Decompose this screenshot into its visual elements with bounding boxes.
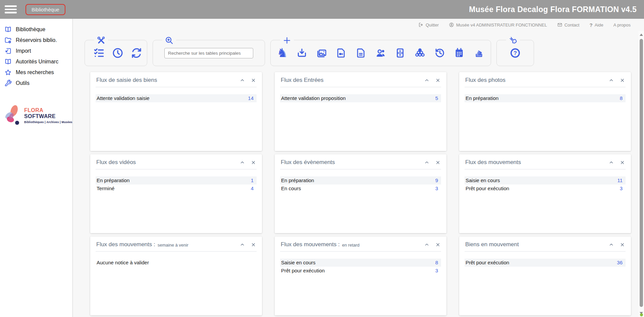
stat-row[interactable]: Saisie en cours 11 <box>465 176 626 184</box>
sidebar-item-reservoirs[interactable]: Réservoirs biblio. <box>0 35 72 46</box>
logout-icon <box>418 22 424 28</box>
scrollbar-thumb[interactable] <box>640 39 643 307</box>
stat-row[interactable]: En préparation 9 <box>280 176 441 184</box>
stat-row[interactable]: Prêt pour exécution 3 <box>280 267 441 275</box>
history-icon[interactable] <box>434 47 445 59</box>
sidebar-item-label: Import <box>16 48 31 54</box>
stat-row[interactable]: Attente validation saisie 14 <box>96 94 257 102</box>
close-icon[interactable] <box>435 242 440 247</box>
collapse-icon[interactable] <box>609 78 614 83</box>
row-label: Prêt pour exécution <box>281 268 325 273</box>
dashboard-card: Flux des vidéos En préparation 1 Terminé… <box>90 154 262 233</box>
card-body: Attente validation saisie 14 <box>90 87 262 102</box>
card-header: Flux des mouvements <box>459 154 631 169</box>
collapse-icon[interactable] <box>609 242 614 247</box>
help-link[interactable]: ? Aide <box>589 22 603 28</box>
collapse-icon[interactable] <box>240 78 245 83</box>
close-icon[interactable] <box>620 160 625 165</box>
close-icon[interactable] <box>620 78 625 83</box>
import-icon <box>4 47 12 55</box>
stat-row[interactable]: Prêt pour exécution 36 <box>465 259 626 267</box>
envelope-icon <box>557 22 562 28</box>
card-header: Flux des photos <box>459 72 631 87</box>
brand-name: FLORA SOFTWARE <box>24 107 72 119</box>
card-body: En préparation 1 Terminé 4 <box>90 169 262 193</box>
archive-icon[interactable] <box>394 47 406 59</box>
card-title: Flux de saisie des biens <box>96 77 157 84</box>
collapse-icon[interactable] <box>240 160 245 165</box>
cluster-icon[interactable] <box>414 47 426 59</box>
flora-software-logo: FLORA SOFTWARE Bibliothèques | Archives … <box>0 103 72 127</box>
stat-row[interactable]: En préparation 8 <box>465 94 626 102</box>
help-icon[interactable]: ? <box>509 47 521 59</box>
bibliotheque-menu-button[interactable]: Bibliothèque <box>25 4 65 15</box>
stat-row[interactable]: Saisie en cours 8 <box>280 259 441 267</box>
close-icon[interactable] <box>251 242 256 247</box>
sidebar-item-mes-recherches[interactable]: Mes recherches <box>0 67 72 78</box>
tools-icon <box>94 35 108 46</box>
topbar: Bibliothèque Musée Flora Decalog Flora F… <box>0 0 644 19</box>
cards-grid: Flux de saisie des biens Attente validat… <box>90 72 644 315</box>
collapse-icon[interactable] <box>424 242 429 247</box>
checklist-icon[interactable] <box>93 47 105 59</box>
search-input[interactable] <box>164 48 253 58</box>
collapse-icon[interactable] <box>609 160 614 165</box>
stat-row[interactable]: Terminé 4 <box>96 184 257 193</box>
document-icon[interactable] <box>355 47 367 59</box>
card-body: Saisie en cours 8 Prêt pour exécution 3 <box>275 252 446 275</box>
contact-link[interactable]: Contact <box>557 22 580 28</box>
close-icon[interactable] <box>620 242 625 247</box>
stat-row[interactable]: Attente validation proposition 5 <box>280 94 441 102</box>
close-icon[interactable] <box>435 78 440 83</box>
sidebar-item-autorites-unimarc[interactable]: Autorités Unimarc <box>0 56 72 67</box>
card-title: Flux des vidéos <box>96 159 136 166</box>
sidebar-item-label: Mes recherches <box>16 69 54 75</box>
collapse-icon[interactable] <box>424 78 429 83</box>
current-user[interactable]: Musée v4 ADMINISTRATEUR FONCTIONNEL <box>449 22 547 28</box>
row-label: Terminé <box>97 186 114 191</box>
row-label: En préparation <box>281 177 314 183</box>
stack-icon[interactable] <box>473 47 485 59</box>
hamburger-menu-icon[interactable] <box>5 5 17 13</box>
stat-row[interactable]: Aucune notice à valider <box>96 259 257 267</box>
quit-link[interactable]: Quitter <box>418 22 439 28</box>
stat-row[interactable]: En cours 3 <box>280 184 441 193</box>
sidebar: Bibliothèque Réservoirs biblio. Import A… <box>0 19 73 317</box>
close-icon[interactable] <box>435 160 440 165</box>
card-header: Flux des mouvements : en retard <box>275 236 446 251</box>
vertical-scrollbar[interactable] <box>638 31 644 317</box>
card-title: Biens en mouvement <box>465 241 519 248</box>
stat-row[interactable]: Prêt pour exécution 3 <box>465 184 626 193</box>
toolbar-group-help: ? <box>496 40 534 66</box>
card-body: Prêt pour exécution 36 <box>459 252 631 267</box>
collapse-icon[interactable] <box>424 160 429 165</box>
video-file-icon[interactable] <box>335 47 347 59</box>
row-label: Saisie en cours <box>281 260 316 265</box>
calendar-icon[interactable] <box>453 47 465 59</box>
sidebar-item-label: Bibliothèque <box>16 27 45 33</box>
card-header: Flux des évènements <box>275 154 446 169</box>
sidebar-item-import[interactable]: Import <box>0 46 72 56</box>
stat-row[interactable]: En préparation 1 <box>96 176 257 184</box>
row-value: 3 <box>435 186 438 191</box>
refresh-icon[interactable] <box>130 47 143 59</box>
close-icon[interactable] <box>251 78 256 83</box>
chess-knight-icon[interactable]: ♞ <box>277 47 288 59</box>
row-value: 14 <box>248 95 254 101</box>
photos-icon[interactable] <box>316 47 327 59</box>
sidebar-item-outils[interactable]: Outils <box>0 78 72 89</box>
scroll-up-arrow-icon[interactable] <box>640 34 643 36</box>
toolbar-group-create: ♞ <box>270 40 491 66</box>
row-label: Aucune notice à valider <box>97 260 149 265</box>
card-body: Aucune notice à valider <box>90 252 262 267</box>
row-label: Attente validation saisie <box>97 95 150 101</box>
clock-icon[interactable] <box>112 47 124 59</box>
about-link[interactable]: A propos <box>613 22 631 28</box>
close-icon[interactable] <box>251 160 256 165</box>
collapse-icon[interactable] <box>240 242 245 247</box>
persons-icon[interactable] <box>375 47 386 59</box>
dashboard-card: Flux de saisie des biens Attente validat… <box>90 72 262 151</box>
sidebar-item-bibliotheque[interactable]: Bibliothèque <box>0 24 72 35</box>
row-value: 8 <box>435 260 438 265</box>
download-icon[interactable] <box>296 47 308 59</box>
